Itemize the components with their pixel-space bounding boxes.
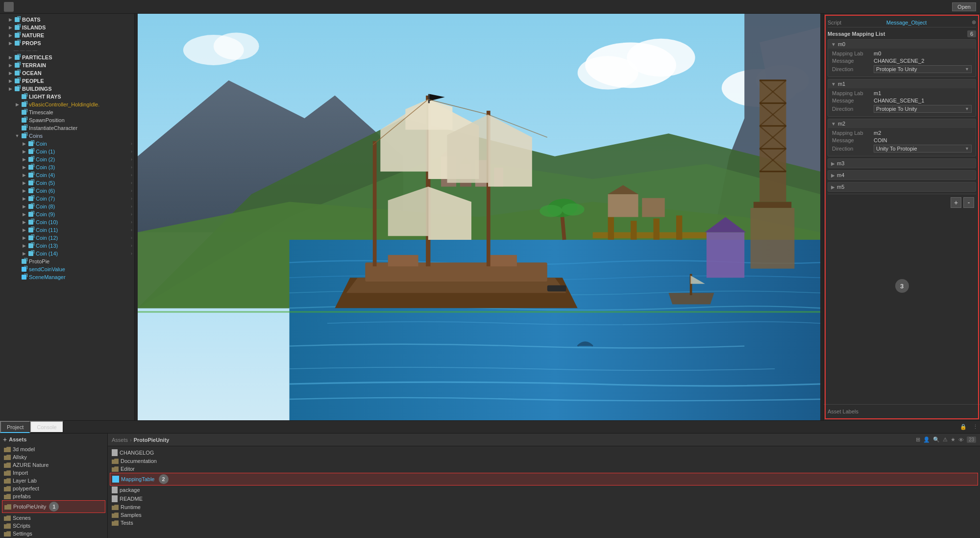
sidebar-item-coin11[interactable]: ▶ Coin (11) › — [0, 226, 134, 234]
file-mappingtable[interactable]: MappingTable 2 — [110, 473, 978, 486]
asset-allsky[interactable]: Allsky — [2, 453, 105, 461]
sidebar-item-coin[interactable]: ▶ Coin › — [0, 140, 134, 148]
tree-arrow: ▶ — [7, 63, 14, 68]
asset-settings[interactable]: Settings — [2, 530, 105, 538]
sidebar-item-coin3[interactable]: ▶ Coin (3) › — [0, 163, 134, 171]
file-list[interactable]: CHANGELOG Documentation Editor MappingTa… — [108, 446, 980, 538]
sidebar-item-nature[interactable]: ▶ NATURE — [0, 31, 134, 39]
expand-arrow: › — [131, 165, 132, 170]
sidebar-item-ocean[interactable]: ▶ OCEAN — [0, 69, 134, 77]
svg-rect-26 — [608, 194, 638, 217]
sidebar-item-particles[interactable]: ▶ PARTICLES — [0, 53, 134, 61]
sidebar-item-timescale[interactable]: Timescale — [0, 108, 134, 116]
file-documentation[interactable]: Documentation — [110, 457, 978, 465]
open-button[interactable]: Open — [952, 2, 976, 11]
hierarchy-list[interactable]: ▶ BOATS ▶ ISLANDS ▶ NATURE ▶ PROPS — — —… — [0, 14, 134, 420]
breadcrumb-sep: › — [130, 437, 132, 443]
svg-rect-22 — [608, 217, 614, 240]
sidebar-item-spawnpos[interactable]: SpawnPosition — [0, 116, 134, 124]
direction-dropdown-m1[interactable]: Protopie To Unity ▼ — [874, 105, 972, 113]
sidebar-item-instantiate[interactable]: InstantiateCharacter — [0, 124, 134, 132]
tab-project[interactable]: Project — [0, 421, 30, 433]
asset-3dmodel[interactable]: 3d model — [2, 445, 105, 453]
mapping-lab-label-m1: Mapping Lab — [832, 90, 874, 96]
remove-mapping-button[interactable]: - — [963, 197, 974, 208]
expand-arrow-m5: ▶ — [831, 184, 835, 190]
sidebar-item-coin5[interactable]: ▶ Coin (5) › — [0, 179, 134, 187]
file-editor[interactable]: Editor — [110, 465, 978, 473]
svg-rect-34 — [487, 255, 517, 266]
asset-import[interactable]: Import — [2, 469, 105, 477]
person-icon[interactable]: 👤 — [923, 436, 930, 443]
asset-protopieunity[interactable]: ProtoPieUnity 1 — [2, 500, 105, 513]
file-readme[interactable]: README — [110, 494, 978, 503]
sidebar-item-coin7[interactable]: ▶ Coin (7) › — [0, 195, 134, 203]
sidebar-item-sendcoin[interactable]: sendCoinValue — [0, 265, 134, 273]
folder-icon — [4, 446, 11, 452]
mapping-section-header-m3[interactable]: ▶ m3 — [828, 159, 976, 168]
tab-console[interactable]: Console — [30, 421, 63, 433]
folder-icon — [4, 523, 11, 529]
mapping-section-header-m4[interactable]: ▶ m4 — [828, 171, 976, 179]
sidebar-item-coins[interactable]: ▼ Coins — [0, 132, 134, 140]
tree-arrow: ▶ — [7, 55, 14, 60]
sidebar-item-coin10[interactable]: ▶ Coin (10) › — [0, 218, 134, 226]
sidebar-item-coin9[interactable]: ▶ Coin (9) › — [0, 210, 134, 218]
sidebar-item-vbasic[interactable]: ▶ vBasicController_HoldingIdle. — [0, 101, 134, 108]
sidebar-item-coin13[interactable]: ▶ Coin (13) › — [0, 242, 134, 250]
sidebar-item-coin6[interactable]: ▶ Coin (6) › — [0, 187, 134, 195]
sidebar-item-buildings[interactable]: ▶ BUILDINGS — [0, 85, 134, 93]
asset-layerlab[interactable]: Layer Lab — [2, 477, 105, 485]
folder-icon — [14, 85, 21, 92]
add-remove-buttons: + - — [828, 194, 976, 211]
sidebar-item-light-rays[interactable]: LIGHT RAYS — [0, 93, 134, 101]
sidebar-item-islands[interactable]: ▶ ISLANDS — [0, 24, 134, 31]
asset-prefabs[interactable]: prefabs — [2, 492, 105, 500]
sidebar-item-protopie[interactable]: ProtoPie — [0, 257, 134, 265]
script-value[interactable]: Message_Object — [886, 20, 927, 26]
sidebar-item-coin4[interactable]: ▶ Coin (4) › — [0, 171, 134, 179]
sidebar-item-coin12[interactable]: ▶ Coin (12) › — [0, 234, 134, 242]
file-tests[interactable]: Tests — [110, 519, 978, 527]
mapping-section-header-m5[interactable]: ▶ m5 — [828, 182, 976, 191]
file-changelog[interactable]: CHANGELOG — [110, 448, 978, 457]
tree-label: LIGHT RAYS — [29, 94, 61, 100]
script-header: Script Message_Object ⊗ — [828, 18, 976, 27]
file-icon — [112, 449, 118, 456]
search-icon[interactable]: 🔍 — [933, 436, 940, 443]
asset-azure[interactable]: AZURE Nature — [2, 461, 105, 469]
file-label: CHANGELOG — [120, 450, 154, 456]
sidebar-item-scenemanager[interactable]: SceneManager — [0, 273, 134, 281]
mapping-section-header-m1[interactable]: ▼ m1 — [828, 79, 976, 88]
sidebar-item-coin1[interactable]: ▶ Coin (1) › — [0, 148, 134, 155]
tree-label: OCEAN — [22, 70, 42, 76]
asset-scenes[interactable]: Scenes — [2, 514, 105, 522]
direction-dropdown-m0[interactable]: Protopie To Unity ▼ — [874, 65, 972, 73]
sidebar-item-people[interactable]: ▶ PEOPLE — [0, 77, 134, 85]
asset-scripts[interactable]: SCripts — [2, 522, 105, 530]
asset-polyperfect[interactable]: polyperfect — [2, 485, 105, 492]
close-icon[interactable]: ⊗ — [972, 19, 976, 26]
star-icon[interactable]: ★ — [951, 436, 956, 443]
direction-row-m2: Direction Unity To Protopie ▼ — [832, 145, 972, 153]
sidebar-item-coin8[interactable]: ▶ Coin (8) › — [0, 203, 134, 210]
scene-view[interactable] — [138, 14, 820, 420]
sidebar-item-coin2[interactable]: ▶ Coin (2) › — [0, 155, 134, 163]
sidebar-item-terrain[interactable]: ▶ TERRAIN — [0, 61, 134, 69]
mapping-lab-row-m0: Mapping Lab m0 — [832, 51, 972, 56]
add-mapping-button[interactable]: + — [951, 197, 961, 208]
expand-arrow: › — [131, 196, 132, 201]
file-package[interactable]: package — [110, 486, 978, 494]
file-samples[interactable]: Samples — [110, 511, 978, 519]
file-runtime[interactable]: Runtime — [110, 503, 978, 511]
sidebar-item-props[interactable]: ▶ PROPS — [0, 39, 134, 47]
sidebar-item-coin14[interactable]: ▶ Coin (14) › — [0, 250, 134, 257]
grid-icon[interactable]: ⊞ — [916, 436, 920, 443]
add-asset-button[interactable]: + — [3, 436, 7, 443]
more-options-icon[interactable]: ⋮ — [971, 424, 980, 430]
mapping-section-header-m0[interactable]: ▼ m0 — [828, 40, 976, 49]
direction-dropdown-m2[interactable]: Unity To Protopie ▼ — [874, 145, 972, 153]
folder-icon — [14, 32, 21, 39]
sidebar-item-boats[interactable]: ▶ BOATS — [0, 16, 134, 24]
mapping-section-header-m2[interactable]: ▼ m2 — [828, 119, 976, 128]
